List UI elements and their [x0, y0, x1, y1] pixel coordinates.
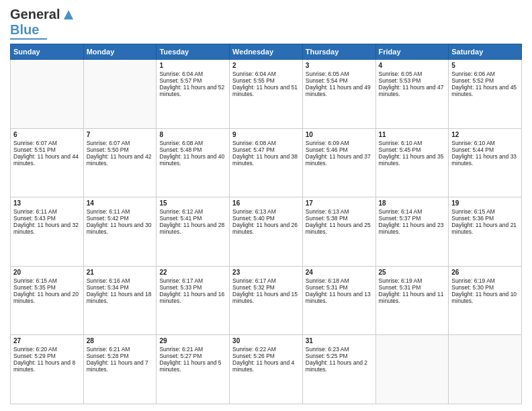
day-number: 4 [379, 62, 446, 69]
sunrise-text: Sunrise: 6:08 AM [232, 140, 300, 146]
weekday-header-thursday: Thursday [302, 44, 375, 60]
svg-marker-0 [64, 10, 73, 19]
day-number: 22 [159, 269, 226, 276]
day-number: 23 [232, 269, 300, 276]
sunrise-text: Sunrise: 6:20 AM [13, 346, 81, 353]
sunset-text: Sunset: 5:55 PM [232, 77, 300, 84]
day-number: 7 [87, 131, 154, 138]
day-number: 17 [306, 199, 373, 207]
calendar-week-row: 27Sunrise: 6:20 AMSunset: 5:29 PMDayligh… [11, 335, 522, 404]
calendar-week-row: 20Sunrise: 6:15 AMSunset: 5:35 PMDayligh… [11, 266, 522, 335]
sunset-text: Sunset: 5:40 PM [232, 215, 300, 222]
calendar-week-row: 13Sunrise: 6:11 AMSunset: 5:43 PMDayligh… [11, 197, 522, 267]
sunrise-text: Sunrise: 6:18 AM [306, 277, 373, 284]
sunset-text: Sunset: 5:32 PM [232, 284, 300, 291]
calendar-cell: 7Sunrise: 6:07 AMSunset: 5:50 PMDaylight… [83, 128, 157, 197]
daylight-text: Daylight: 11 hours and 42 minutes. [87, 153, 154, 167]
daylight-text: Daylight: 11 hours and 37 minutes. [306, 153, 373, 167]
day-number: 27 [13, 337, 81, 345]
calendar-cell: 20Sunrise: 6:15 AMSunset: 5:35 PMDayligh… [11, 266, 84, 335]
sunset-text: Sunset: 5:27 PM [159, 353, 226, 359]
sunrise-text: Sunrise: 6:15 AM [13, 277, 81, 284]
weekday-header-friday: Friday [375, 44, 449, 60]
day-number: 31 [306, 337, 373, 345]
daylight-text: Daylight: 11 hours and 52 minutes. [159, 84, 226, 97]
sunset-text: Sunset: 5:35 PM [13, 284, 81, 291]
daylight-text: Daylight: 11 hours and 23 minutes. [379, 222, 446, 235]
sunrise-text: Sunrise: 6:21 AM [159, 346, 226, 353]
sunrise-text: Sunrise: 6:10 AM [379, 140, 446, 146]
calendar-cell: 13Sunrise: 6:11 AMSunset: 5:43 PMDayligh… [11, 197, 84, 267]
daylight-text: Daylight: 11 hours and 11 minutes. [379, 291, 446, 304]
day-number: 18 [379, 199, 446, 207]
sunrise-text: Sunrise: 6:05 AM [379, 71, 446, 77]
calendar-cell: 21Sunrise: 6:16 AMSunset: 5:34 PMDayligh… [83, 266, 157, 335]
calendar-cell: 24Sunrise: 6:18 AMSunset: 5:31 PMDayligh… [302, 266, 375, 335]
calendar-cell: 28Sunrise: 6:21 AMSunset: 5:28 PMDayligh… [83, 335, 157, 404]
sunrise-text: Sunrise: 6:19 AM [379, 277, 446, 284]
sunset-text: Sunset: 5:38 PM [306, 215, 373, 222]
daylight-text: Daylight: 11 hours and 10 minutes. [451, 291, 519, 304]
calendar-cell: 23Sunrise: 6:17 AMSunset: 5:32 PMDayligh… [230, 266, 303, 335]
calendar-cell [449, 335, 522, 404]
day-number: 13 [13, 199, 81, 207]
calendar-cell: 12Sunrise: 6:10 AMSunset: 5:44 PMDayligh… [449, 128, 522, 197]
sunrise-text: Sunrise: 6:16 AM [87, 277, 154, 284]
day-number: 10 [306, 131, 373, 138]
calendar-cell: 2Sunrise: 6:04 AMSunset: 5:55 PMDaylight… [230, 60, 303, 129]
sunset-text: Sunset: 5:33 PM [159, 284, 226, 291]
sunrise-text: Sunrise: 6:10 AM [451, 140, 519, 146]
sunrise-text: Sunrise: 6:15 AM [451, 208, 519, 215]
daylight-text: Daylight: 11 hours and 28 minutes. [159, 222, 226, 235]
day-number: 11 [379, 131, 446, 138]
daylight-text: Daylight: 11 hours and 7 minutes. [87, 359, 154, 373]
sunset-text: Sunset: 5:31 PM [306, 284, 373, 291]
day-number: 24 [306, 269, 373, 276]
sunrise-text: Sunrise: 6:11 AM [13, 208, 81, 215]
sunset-text: Sunset: 5:31 PM [379, 284, 446, 291]
weekday-header-monday: Monday [83, 44, 157, 60]
sunset-text: Sunset: 5:54 PM [306, 77, 373, 84]
logo-blue: Blue [10, 22, 39, 38]
calendar-cell: 26Sunrise: 6:19 AMSunset: 5:30 PMDayligh… [449, 266, 522, 335]
calendar-cell [375, 335, 449, 404]
sunset-text: Sunset: 5:25 PM [306, 353, 373, 359]
calendar-cell: 10Sunrise: 6:09 AMSunset: 5:46 PMDayligh… [302, 128, 375, 197]
calendar-week-row: 1Sunrise: 6:04 AMSunset: 5:57 PMDaylight… [11, 60, 522, 129]
daylight-text: Daylight: 11 hours and 30 minutes. [87, 222, 154, 235]
daylight-text: Daylight: 11 hours and 15 minutes. [232, 291, 300, 304]
sunrise-text: Sunrise: 6:12 AM [159, 208, 226, 215]
sunset-text: Sunset: 5:53 PM [379, 77, 446, 84]
day-number: 15 [159, 199, 226, 207]
daylight-text: Daylight: 11 hours and 47 minutes. [379, 84, 446, 97]
daylight-text: Daylight: 11 hours and 2 minutes. [306, 359, 373, 373]
page: General Blue SundayMondayTuesdayWednesda… [0, 0, 532, 411]
day-number: 14 [87, 199, 154, 207]
calendar-cell: 14Sunrise: 6:11 AMSunset: 5:42 PMDayligh… [83, 197, 157, 267]
logo-triangle-icon [61, 7, 76, 22]
sunrise-text: Sunrise: 6:08 AM [159, 140, 226, 146]
daylight-text: Daylight: 11 hours and 21 minutes. [451, 222, 519, 235]
sunrise-text: Sunrise: 6:07 AM [87, 140, 154, 146]
daylight-text: Daylight: 11 hours and 40 minutes. [159, 153, 226, 167]
sunset-text: Sunset: 5:29 PM [13, 353, 81, 359]
sunset-text: Sunset: 5:37 PM [379, 215, 446, 222]
sunrise-text: Sunrise: 6:13 AM [306, 208, 373, 215]
sunset-text: Sunset: 5:28 PM [87, 353, 154, 359]
daylight-text: Daylight: 11 hours and 35 minutes. [379, 153, 446, 167]
day-number: 28 [87, 337, 154, 345]
calendar-cell: 5Sunrise: 6:06 AMSunset: 5:52 PMDaylight… [449, 60, 522, 129]
logo-underline [10, 38, 47, 40]
sunset-text: Sunset: 5:57 PM [159, 77, 226, 84]
daylight-text: Daylight: 11 hours and 20 minutes. [13, 291, 81, 304]
calendar-cell: 22Sunrise: 6:17 AMSunset: 5:33 PMDayligh… [157, 266, 230, 335]
day-number: 25 [379, 269, 446, 276]
day-number: 5 [451, 62, 519, 69]
calendar-cell: 27Sunrise: 6:20 AMSunset: 5:29 PMDayligh… [11, 335, 84, 404]
calendar-cell: 9Sunrise: 6:08 AMSunset: 5:47 PMDaylight… [230, 128, 303, 197]
sunrise-text: Sunrise: 6:13 AM [232, 208, 300, 215]
sunrise-text: Sunrise: 6:17 AM [159, 277, 226, 284]
day-number: 8 [159, 131, 226, 138]
header: General Blue [10, 7, 522, 40]
sunset-text: Sunset: 5:36 PM [451, 215, 519, 222]
